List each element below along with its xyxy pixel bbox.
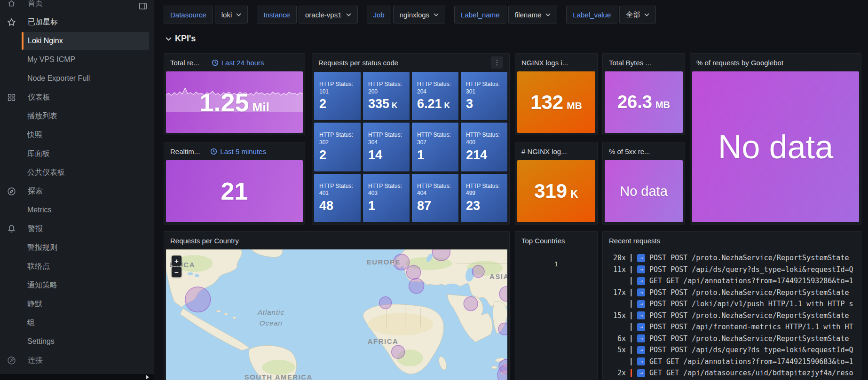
log-link-icon[interactable]: → — [637, 300, 645, 308]
map-zoom-out-button[interactable]: − — [172, 267, 181, 277]
log-link-icon[interactable]: → — [637, 265, 645, 273]
chevron-down-icon — [166, 37, 172, 41]
chevron-down-icon — [644, 13, 649, 16]
panel-title[interactable]: Requests per status code — [318, 59, 398, 67]
sidebar-item-starred[interactable]: 已加星标 — [0, 13, 154, 31]
sidebar-item-snapshots[interactable]: 快照 — [0, 125, 154, 144]
status-tile-404: HTTP Status:40487 — [412, 174, 458, 222]
sidebar-item-label: My VPS ICMP — [27, 55, 75, 64]
sidebar-item-label: 快照 — [27, 130, 42, 140]
variable-label-label-name[interactable]: Label_name — [454, 6, 506, 23]
scroll-right-arrow-icon[interactable] — [146, 375, 149, 380]
grafana-dashboard: 首页已加星标Loki NginxMy VPS ICMPNode Exporter… — [0, 0, 868, 380]
home-icon — [7, 0, 16, 8]
grid-icon — [7, 93, 16, 102]
log-count: 20x — [609, 254, 626, 262]
active-indicator — [22, 32, 24, 50]
sidebar-item-label: 仪表板 — [28, 93, 50, 102]
sidebar-item-explore[interactable]: 探索 — [0, 182, 154, 201]
log-row: 20x→POST POST /proto.NezhaService/Report… — [609, 252, 859, 264]
log-text: POST POST /proto.NezhaService/ReportSyst… — [649, 288, 849, 297]
status-tile-code: 200 — [368, 88, 404, 96]
sidebar-item-alert-rules[interactable]: 警报规则 — [0, 238, 154, 257]
panel-title[interactable]: Total re... — [170, 59, 199, 67]
status-tile-label: HTTP Status: — [319, 183, 355, 190]
sidebar-item-label: Metrics — [27, 206, 52, 214]
log-count: 11x — [609, 265, 626, 274]
sidebar-item-label: Loki Nginx — [28, 37, 63, 45]
variable-value-label-value[interactable]: 全部 — [619, 6, 656, 23]
panel-title[interactable]: % of requests by Googlebot — [696, 59, 783, 67]
variable-label-instance[interactable]: Instance — [257, 6, 297, 23]
status-tile-code: 101 — [319, 88, 355, 96]
panel-time-range[interactable]: Last 5 minutes — [210, 147, 266, 155]
sidebar-item-dashboards[interactable]: 仪表板 — [0, 88, 154, 107]
sidebar-item-notification-policies[interactable]: 通知策略 — [0, 276, 154, 295]
variable-label-job[interactable]: Job — [367, 6, 391, 23]
sidebar-item-alerting[interactable]: 警报 — [0, 219, 154, 238]
panel-time-range[interactable]: Last 24 hours — [212, 59, 264, 67]
panel-status-codes: Requests per status code ⋮ HTTP Status:1… — [312, 53, 510, 225]
variable-instance: Instanceoracle-vps1 — [257, 6, 357, 23]
sidebar-item-loki-nginx[interactable]: Loki Nginx — [22, 32, 149, 50]
log-link-icon[interactable]: → — [637, 311, 645, 319]
log-link-icon[interactable]: → — [637, 277, 645, 285]
sidebar-item-label: Node Exporter Full — [27, 74, 90, 83]
log-link-icon[interactable]: → — [637, 357, 645, 365]
sidebar-item-my-vps-icmp[interactable]: My VPS ICMP — [0, 50, 154, 69]
sidebar-item-public-dashboards[interactable]: 公共仪表板 — [0, 163, 154, 182]
status-tile-200: HTTP Status:200335K — [363, 72, 410, 120]
panel-title[interactable]: NGINX logs i... — [521, 59, 568, 67]
sidebar-scrollbar[interactable] — [0, 374, 154, 380]
panel-title[interactable]: % of 5xx re... — [609, 147, 650, 155]
status-tile-302: HTTP Status:3022 — [314, 123, 361, 171]
panel-title[interactable]: Realtim... — [170, 147, 200, 155]
log-level-bar-error — [631, 369, 632, 377]
log-link-icon[interactable]: → — [637, 323, 645, 331]
sidebar-item-home[interactable]: 首页 — [0, 0, 154, 13]
stat-value: 26.3 — [617, 92, 652, 112]
log-link-icon[interactable]: → — [637, 369, 645, 377]
log-link-icon[interactable]: → — [637, 334, 645, 342]
variable-value-instance[interactable]: oracle-vps1 — [299, 6, 358, 23]
stat-nginx-log-count: 319K — [517, 160, 595, 222]
panel-title[interactable]: Requests per Country — [170, 237, 239, 245]
variable-label-label-value[interactable]: Label_value — [566, 6, 617, 23]
section-kpis[interactable]: KPI's — [166, 34, 196, 44]
panel-googlebot: % of requests by Googlebot No data — [690, 53, 861, 225]
log-link-icon[interactable]: → — [637, 254, 645, 262]
stat-value: No data — [620, 184, 668, 199]
status-tile-400: HTTP Status:400214 — [461, 123, 507, 171]
panel-title[interactable]: Recent requests — [609, 237, 660, 245]
log-link-icon[interactable]: → — [637, 346, 645, 354]
sidebar-item-contact-points[interactable]: 联络点 — [0, 257, 154, 276]
stat-nginx-logs-size: 132MB — [517, 71, 595, 133]
sidebar-item-library-panels[interactable]: 库面板 — [0, 144, 154, 163]
world-map[interactable]: + − — [166, 249, 507, 380]
panel-title[interactable]: Top Countries — [521, 237, 565, 245]
variable-value-job[interactable]: nginxlogs — [393, 6, 445, 23]
sidebar-item-metrics[interactable]: Metrics — [0, 201, 154, 219]
sidebar-item-settings[interactable]: Settings — [0, 332, 154, 351]
panel-title[interactable]: # NGINX log... — [521, 147, 567, 155]
dock-menu-icon[interactable] — [138, 1, 148, 11]
sidebar-item-connections[interactable]: 连接 — [0, 351, 154, 370]
status-tile-label: HTTP Status: — [417, 183, 453, 190]
variable-value-label-name[interactable]: filename — [508, 6, 558, 23]
status-tile-code: 401 — [319, 190, 355, 197]
log-row: →GET GET /api/annotations?from=174492159… — [609, 356, 859, 368]
sidebar-item-label: 静默 — [27, 299, 42, 309]
sidebar-item-node-exporter-full[interactable]: Node Exporter Full — [0, 69, 154, 88]
panel-title[interactable]: Total Bytes ... — [609, 59, 651, 67]
sidebar-item-label: Settings — [27, 337, 55, 346]
status-tile-code: 499 — [466, 190, 502, 197]
log-link-icon[interactable]: → — [637, 288, 645, 296]
panel-menu-icon[interactable]: ⋮ — [491, 56, 503, 69]
map-zoom-in-button[interactable]: + — [172, 256, 181, 266]
sidebar-item-silences[interactable]: 静默 — [0, 295, 154, 313]
variable-label-datasource[interactable]: Datasource — [164, 6, 213, 23]
sidebar-item-groups[interactable]: 组 — [0, 313, 154, 332]
variable-value-datasource[interactable]: loki — [215, 6, 248, 23]
sidebar-item-playlists[interactable]: 播放列表 — [0, 107, 154, 125]
stat-value: No data — [718, 128, 833, 166]
